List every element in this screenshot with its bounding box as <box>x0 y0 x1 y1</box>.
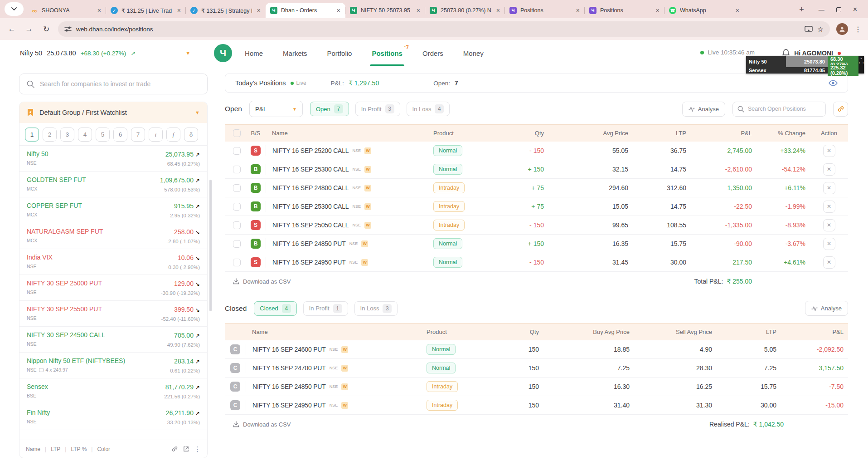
eye-icon[interactable] <box>829 80 838 86</box>
watchlist-item[interactable]: NIFTY 30 SEP 25500 PUT NSE 399.50↘ -52.4… <box>19 301 207 327</box>
tab-close-icon[interactable]: × <box>335 7 342 14</box>
sort-dropdown[interactable]: P&L ▼ <box>249 101 303 117</box>
basket-link-button[interactable] <box>833 102 848 117</box>
col-name[interactable]: Name <box>266 130 433 137</box>
row-checkbox[interactable] <box>233 203 241 211</box>
forward-icon[interactable]: → <box>24 25 34 34</box>
tab-close-icon[interactable]: × <box>96 7 102 14</box>
watchlist-tab[interactable]: f <box>166 128 180 142</box>
browser-tab[interactable]: Ч NIFTY 50 25073.95 (0. × <box>345 3 425 18</box>
col-product[interactable]: Product <box>433 130 501 137</box>
sort-name-label[interactable]: Name <box>26 446 40 452</box>
closed-position-row[interactable]: C NIFTY 16 SEP 24700 PUT NSE W Normal 15… <box>225 359 848 378</box>
bookmark-star-icon[interactable]: ☆ <box>817 25 824 34</box>
browser-menu-icon[interactable]: ⋮ <box>854 25 862 34</box>
watchlist-item[interactable]: NATURALGASM SEP FUT MCX 258.00↘ -2.80 (-… <box>19 223 207 249</box>
tab-search-button[interactable] <box>5 2 24 16</box>
ticker-drag-handle[interactable]: ⋮⋮ <box>858 60 865 64</box>
closed-position-row[interactable]: C NIFTY 16 SEP 24600 PUT NSE W Normal 15… <box>225 340 848 359</box>
position-name[interactable]: NIFTY 16 SEP 24600 PUT <box>252 346 326 353</box>
watchlist-tab[interactable]: 3 <box>60 128 74 142</box>
watchlist-tab[interactable]: 6 <box>113 128 127 142</box>
col-buy-avg[interactable]: Buy Avg Price <box>553 329 634 335</box>
col-bs[interactable]: B/S <box>246 130 266 137</box>
filter-pill[interactable]: Closed 4 <box>254 301 296 316</box>
position-name[interactable]: NIFTY 16 SEP 24850 PUT <box>252 383 326 390</box>
instrument-name[interactable]: NIFTY 30 SEP 25000 PUT <box>27 280 102 287</box>
header-index-quote[interactable]: Nifty 50 25,073.80 +68.30 (+0.27%) ↗ <box>20 49 136 57</box>
watchlist-tab[interactable]: 7 <box>131 128 145 142</box>
col-pct-change[interactable]: % Change <box>756 130 810 137</box>
tab-close-icon[interactable]: × <box>415 7 422 14</box>
position-name[interactable]: NIFTY 16 SEP 25200 CALL <box>272 147 349 154</box>
instrument-name[interactable]: India VIX <box>27 254 53 261</box>
instrument-name[interactable]: Fin Nifty <box>27 409 50 416</box>
tab-close-icon[interactable]: × <box>655 7 661 14</box>
open-position-row[interactable]: S NIFTY 16 SEP 25200 CALL NSE W Normal -… <box>225 142 848 160</box>
cast-icon[interactable] <box>805 26 813 32</box>
watchlist-item[interactable]: Sensex BSE 81,770.29↗ 221.56 (0.27%) <box>19 378 207 404</box>
closed-download-csv[interactable]: Download as CSV <box>233 421 291 428</box>
closed-position-row[interactable]: C NIFTY 16 SEP 24850 PUT NSE W Intraday … <box>225 378 848 396</box>
tab-close-icon[interactable]: × <box>734 7 741 14</box>
position-name[interactable]: NIFTY 16 SEP 25050 CALL <box>272 221 349 229</box>
watchlist-tab[interactable]: 2 <box>43 128 57 142</box>
analyse-button[interactable]: Analyse <box>682 102 725 117</box>
watchlist-tab[interactable]: δ <box>184 128 198 142</box>
symbol-search[interactable] <box>19 74 208 94</box>
index-ticker-widget[interactable]: Nifty 50 25073.80 68.30 (0.27%) Sensex 8… <box>746 56 864 74</box>
url-text[interactable]: web.dhan.co/index/positions <box>76 26 800 33</box>
close-position-button[interactable]: ✕ <box>823 219 835 231</box>
filter-pill[interactable]: In Profit 3 <box>355 102 400 116</box>
tab-close-icon[interactable]: × <box>575 7 581 14</box>
row-checkbox[interactable] <box>233 184 241 192</box>
col-avg-price[interactable]: Avg Price <box>559 130 633 137</box>
filter-pill[interactable]: In Profit 1 <box>303 301 348 316</box>
close-position-button[interactable]: ✕ <box>823 182 835 194</box>
position-name[interactable]: NIFTY 16 SEP 24950 PUT <box>272 259 346 266</box>
instrument-name[interactable]: COPPER SEP FUT <box>27 202 82 209</box>
open-position-row[interactable]: B NIFTY 16 SEP 24850 PUT NSE W Normal + … <box>225 235 848 253</box>
dhan-logo[interactable]: Ч <box>214 44 232 62</box>
group-dropdown-icon[interactable]: ▼ <box>195 110 200 115</box>
open-external-icon[interactable] <box>183 446 189 452</box>
watchlist-menu-icon[interactable]: ⋮ <box>194 445 201 453</box>
instrument-name[interactable]: Nippon Nifty 50 ETF (NIFTYBEES) <box>27 357 125 364</box>
nav-item[interactable]: Markets <box>283 40 307 66</box>
nav-item[interactable]: Home <box>245 40 263 66</box>
nav-item[interactable]: Portfolio <box>327 40 352 66</box>
position-name[interactable]: NIFTY 16 SEP 24700 PUT <box>252 364 326 372</box>
instrument-name[interactable]: Sensex <box>27 383 48 390</box>
col-ltp[interactable]: LTP <box>633 130 691 137</box>
position-name[interactable]: NIFTY 16 SEP 24850 PUT <box>272 240 346 247</box>
close-position-button[interactable]: ✕ <box>823 238 835 250</box>
open-position-row[interactable]: B NIFTY 16 SEP 25300 CALL NSE W Intraday… <box>225 197 848 216</box>
browser-tab[interactable]: Ч Positions × <box>585 3 664 18</box>
browser-tab[interactable]: Ч 25073.80 (0.27%) NIF × <box>425 3 505 18</box>
sort-ltp-pct-label[interactable]: LTP % <box>71 446 87 452</box>
browser-tab[interactable]: ☎ WhatsApp × <box>664 3 744 18</box>
instrument-name[interactable]: Nifty 50 <box>27 150 48 157</box>
row-checkbox[interactable] <box>233 259 241 266</box>
open-positions-search-input[interactable] <box>748 106 821 112</box>
sort-color-label[interactable]: Color <box>97 446 110 452</box>
watchlist-item[interactable]: COPPER SEP FUT MCX 915.95↗ 2.95 (0.32%) <box>19 197 207 223</box>
watchlist-tab[interactable]: 4 <box>78 128 92 142</box>
watchlist-item[interactable]: Fin Nifty NSE 26,211.90↗ 33.20 (0.13%) <box>19 404 207 430</box>
reload-icon[interactable]: ↻ <box>41 25 52 34</box>
browser-tab[interactable]: ✓ ₹ 131.25 | Strategy Bu × <box>186 3 266 18</box>
closed-position-row[interactable]: C NIFTY 16 SEP 24950 PUT NSE W Intraday … <box>225 396 848 415</box>
browser-tab[interactable]: Ч Dhan - Orders × <box>266 3 345 18</box>
col-name[interactable]: Name <box>246 329 427 335</box>
link-icon[interactable] <box>171 446 178 452</box>
open-position-row[interactable]: B NIFTY 16 SEP 25300 CALL NSE W Normal +… <box>225 160 848 179</box>
row-checkbox[interactable] <box>233 166 241 173</box>
watchlist-tab[interactable]: 5 <box>96 128 110 142</box>
watchlist-item[interactable]: NIFTY 30 SEP 25000 PUT NSE 129.00↘ -30.9… <box>19 275 207 301</box>
watchlist-group-header[interactable]: Default Group / First Watchlist ▼ <box>19 102 207 123</box>
col-sell-avg[interactable]: Sell Avg Price <box>634 329 717 335</box>
profile-avatar[interactable] <box>836 23 848 35</box>
nav-item[interactable]: Positions 7 <box>372 40 402 66</box>
index-dropdown-icon[interactable]: ▼ <box>185 50 190 56</box>
tab-close-icon[interactable]: × <box>176 7 182 14</box>
